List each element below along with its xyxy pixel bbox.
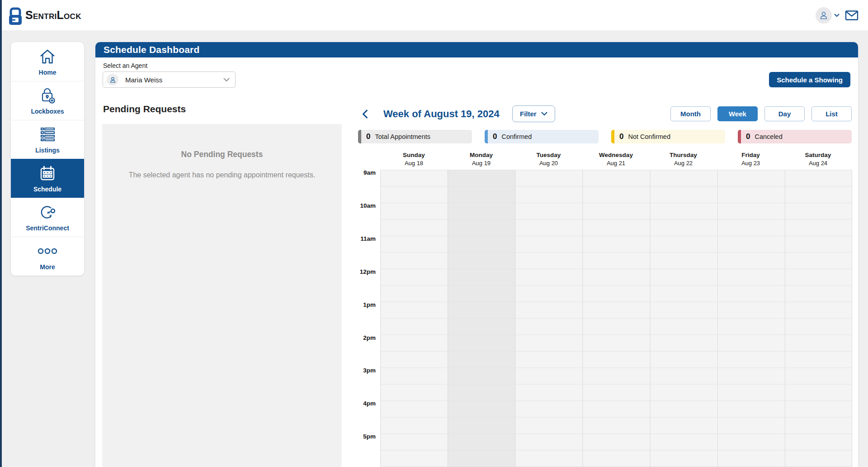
day-date: Aug 20 <box>515 159 582 167</box>
stat-color-bar <box>358 130 361 143</box>
home-icon <box>39 48 56 66</box>
sentriconnect-icon <box>38 203 57 221</box>
sentrilock-logo: SentriLock <box>7 6 81 26</box>
day-header-saturday: SaturdayAug 24 <box>784 151 852 169</box>
sidebar-item-label: Listings <box>35 147 60 154</box>
brand-part-lock: Lock <box>57 6 81 26</box>
agent-select-label: Select an Agent <box>103 62 147 69</box>
time-label-3pm: 3pm <box>363 367 376 374</box>
calendar-header: Week of August 19, 2024 Filter MonthWeek… <box>352 105 852 123</box>
day-date: Aug 19 <box>448 159 515 167</box>
day-header-tuesday: TuesdayAug 20 <box>515 151 582 169</box>
pending-requests-panel: No Pending Requests The selected agent h… <box>102 124 342 467</box>
stat-label: Total Appointments <box>375 133 430 140</box>
time-label-4pm: 4pm <box>363 400 376 407</box>
stat-label: Canceled <box>755 133 782 140</box>
day-name: Tuesday <box>515 151 582 159</box>
time-label-10am: 10am <box>360 202 376 210</box>
day-date: Aug 22 <box>650 159 717 167</box>
stat-color-bar <box>738 130 741 143</box>
chevron-down-icon[interactable] <box>834 14 840 17</box>
stat-count: 0 <box>746 132 750 141</box>
sidebar-item-listings[interactable]: Listings <box>11 120 84 159</box>
calendar-grid[interactable] <box>380 170 852 467</box>
brand-part-sentri: Sentri <box>25 6 57 26</box>
agent-select-value: Maria Weiss <box>125 76 223 84</box>
time-label-12pm: 12pm <box>360 268 376 276</box>
sidebar-item-label: Lockboxes <box>31 108 64 115</box>
window-edge-strip <box>0 0 2 467</box>
stat-color-bar <box>611 130 614 143</box>
schedule-icon <box>39 164 56 182</box>
time-label-11am: 11am <box>360 235 376 243</box>
day-date: Aug 24 <box>784 159 852 167</box>
time-label-9am: 9am <box>363 169 376 176</box>
stat-label: Not Confirmed <box>628 133 670 140</box>
time-label-2pm: 2pm <box>363 334 376 342</box>
schedule-showing-button[interactable]: Schedule a Showing <box>769 72 850 87</box>
day-name: Saturday <box>784 151 852 159</box>
top-bar: SentriLock <box>0 0 868 30</box>
sidebar-item-label: More <box>40 263 55 271</box>
sidebar-item-label: Schedule <box>33 186 61 193</box>
view-button-list[interactable]: List <box>811 106 852 121</box>
sentrilock-lock-icon <box>7 7 24 26</box>
day-name: Sunday <box>380 151 448 159</box>
pending-empty-title: No Pending Requests <box>102 150 342 159</box>
view-button-week[interactable]: Week <box>717 106 758 121</box>
stat-label: Confirmed <box>501 133 532 140</box>
sidebar-menu: HomeLockboxesListingsScheduleSentriConne… <box>11 42 84 276</box>
stat-total-appointments: 0Total Appointments <box>358 130 472 143</box>
view-button-day[interactable]: Day <box>764 106 805 121</box>
filter-button[interactable]: Filter <box>512 105 555 122</box>
stat-canceled: 0Canceled <box>738 130 852 143</box>
stat-count: 0 <box>493 132 497 141</box>
day-header-thursday: ThursdayAug 22 <box>650 151 717 169</box>
sidebar-item-schedule[interactable]: Schedule <box>11 159 84 198</box>
day-header-friday: FridayAug 23 <box>717 151 784 169</box>
day-header-sunday: SundayAug 18 <box>380 151 448 169</box>
day-date: Aug 21 <box>582 159 650 167</box>
stat-not-confirmed: 0Not Confirmed <box>611 130 725 143</box>
view-button-month[interactable]: Month <box>670 106 711 121</box>
time-label-1pm: 1pm <box>363 301 376 309</box>
chevron-down-icon <box>541 112 547 116</box>
stat-count: 0 <box>619 132 623 141</box>
stat-confirmed: 0Confirmed <box>485 130 599 143</box>
sidebar-item-more[interactable]: More <box>11 237 84 276</box>
page-header-bar: Schedule Dashboard <box>95 42 858 57</box>
day-name: Monday <box>448 151 515 159</box>
mail-icon[interactable] <box>845 10 859 21</box>
week-title: Week of August 19, 2024 <box>383 108 500 120</box>
pending-requests-title: Pending Requests <box>103 104 186 114</box>
previous-week-button[interactable] <box>359 108 372 120</box>
main-content-card: Schedule Dashboard Select an Agent Maria… <box>95 42 858 467</box>
user-menu[interactable] <box>816 7 840 24</box>
agent-select[interactable]: Maria Weiss <box>103 71 236 88</box>
listings-icon <box>39 125 56 143</box>
pending-empty-message: The selected agent has no pending appoin… <box>102 171 342 179</box>
sidebar-item-label: Home <box>39 69 57 76</box>
chevron-down-icon <box>223 78 230 82</box>
agent-avatar-icon <box>107 74 118 86</box>
lockbox-icon <box>38 86 57 105</box>
view-switcher: MonthWeekDayList <box>670 106 852 121</box>
more-icon <box>37 242 58 260</box>
day-date: Aug 23 <box>717 159 784 167</box>
day-name: Friday <box>717 151 784 159</box>
sidebar-item-home[interactable]: Home <box>11 42 84 81</box>
day-name: Thursday <box>650 151 717 159</box>
page-title: Schedule Dashboard <box>104 44 199 55</box>
stat-color-bar <box>485 130 488 143</box>
time-label-5pm: 5pm <box>363 433 376 440</box>
stat-count: 0 <box>366 132 370 141</box>
sidebar-item-lockboxes[interactable]: Lockboxes <box>11 81 84 120</box>
brand-text: SentriLock <box>25 6 81 26</box>
user-avatar-icon[interactable] <box>816 7 832 24</box>
sidebar-item-sentriconnect[interactable]: SentriConnect <box>11 198 84 237</box>
appointment-stats: 0Total Appointments0Confirmed0Not Confir… <box>358 130 852 143</box>
day-name: Wednesday <box>582 151 650 159</box>
day-date: Aug 18 <box>380 159 448 167</box>
calendar-section: Week of August 19, 2024 Filter MonthWeek… <box>352 105 852 467</box>
day-header-wednesday: WednesdayAug 21 <box>582 151 650 169</box>
